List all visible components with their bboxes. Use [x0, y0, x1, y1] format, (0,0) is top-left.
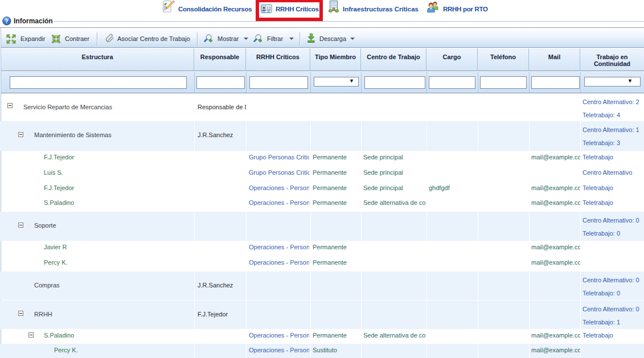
svg-text:?: ? [5, 18, 9, 24]
